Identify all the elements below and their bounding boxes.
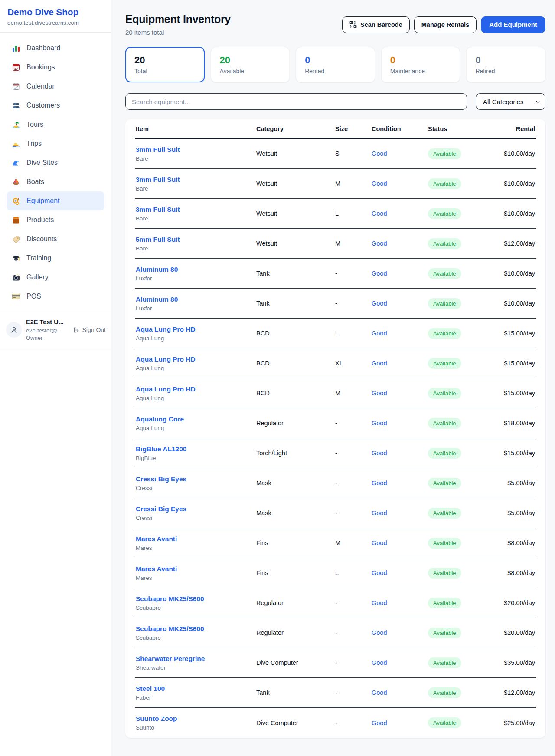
item-name-link[interactable]: 5mm Full Suit bbox=[136, 236, 180, 243]
condition-link[interactable]: Good bbox=[372, 480, 387, 486]
sidebar-item-dashboard[interactable]: Dashboard bbox=[7, 39, 104, 58]
cell-size: L bbox=[334, 210, 371, 217]
cell-size: S bbox=[334, 150, 371, 157]
item-name-link[interactable]: Aluminum 80 bbox=[136, 296, 178, 303]
condition-link[interactable]: Good bbox=[372, 300, 387, 307]
item-name-link[interactable]: Cressi Big Eyes bbox=[136, 475, 186, 483]
stat-card-maintenance[interactable]: 0 Maintenance bbox=[381, 47, 460, 82]
sidebar-item-pos[interactable]: POS bbox=[7, 287, 104, 306]
sidebar-item-bookings[interactable]: 17 Bookings bbox=[7, 58, 104, 77]
sidebar-item-trips[interactable]: Trips bbox=[7, 134, 104, 153]
stat-card-total[interactable]: 20 Total bbox=[125, 47, 205, 82]
condition-link[interactable]: Good bbox=[372, 330, 387, 337]
status-badge: Available bbox=[428, 148, 461, 159]
user-section: E2E Test U... e2e-tester@... Owner Sign … bbox=[0, 312, 111, 348]
condition-link[interactable]: Good bbox=[372, 569, 387, 576]
manage-rentals-label: Manage Rentals bbox=[421, 21, 469, 28]
condition-link[interactable]: Good bbox=[372, 240, 387, 247]
scan-barcode-button[interactable]: Scan Barcode bbox=[342, 16, 410, 33]
condition-link[interactable]: Good bbox=[372, 180, 387, 187]
sidebar-item-calendar[interactable]: Calendar bbox=[7, 77, 104, 96]
condition-link[interactable]: Good bbox=[372, 539, 387, 546]
add-equipment-button[interactable]: Add Equipment bbox=[481, 16, 545, 33]
sidebar-item-boats[interactable]: Boats bbox=[7, 172, 104, 191]
search-input[interactable] bbox=[125, 93, 467, 110]
item-name-link[interactable]: Aqua Lung Pro HD bbox=[136, 385, 196, 393]
table-row: Aqua Lung Pro HD Aqua Lung BCD M Good Av… bbox=[135, 378, 536, 408]
status-badge: Available bbox=[428, 598, 461, 608]
condition-link[interactable]: Good bbox=[372, 509, 387, 516]
sidebar-item-label: Training bbox=[26, 254, 51, 262]
condition-link[interactable]: Good bbox=[372, 270, 387, 277]
item-name-link[interactable]: 3mm Full Suit bbox=[136, 176, 180, 184]
condition-link[interactable]: Good bbox=[372, 629, 387, 636]
item-brand: Shearwater bbox=[136, 664, 255, 671]
item-name-link[interactable]: Aqua Lung Pro HD bbox=[136, 355, 196, 363]
speedboat-icon bbox=[12, 139, 20, 148]
condition-link[interactable]: Good bbox=[372, 360, 387, 367]
category-select[interactable]: All Categories bbox=[476, 93, 545, 110]
page-header: Equipment Inventory 20 items total Scan … bbox=[125, 13, 545, 36]
sidebar-item-label: Products bbox=[26, 216, 54, 224]
item-brand: Bare bbox=[136, 215, 255, 222]
status-badge: Available bbox=[428, 657, 461, 668]
sidebar-item-discounts[interactable]: Discounts bbox=[7, 230, 104, 249]
item-name-link[interactable]: Shearwater Peregrine bbox=[136, 655, 205, 663]
condition-link[interactable]: Good bbox=[372, 599, 387, 606]
sidebar-item-dive-sites[interactable]: Dive Sites bbox=[7, 153, 104, 172]
item-name-link[interactable]: Steel 100 bbox=[136, 685, 165, 693]
status-badge: Available bbox=[428, 298, 461, 309]
table-row: Aqualung Core Aqua Lung Regulator - Good… bbox=[135, 408, 536, 438]
col-header-condition: Condition bbox=[371, 125, 427, 132]
header-actions: Scan Barcode Manage Rentals Add Equipmen… bbox=[342, 16, 545, 33]
stat-card-rented[interactable]: 0 Rented bbox=[296, 47, 375, 82]
item-brand: Luxfer bbox=[136, 305, 255, 312]
condition-link[interactable]: Good bbox=[372, 210, 387, 217]
status-badge: Available bbox=[428, 568, 461, 579]
item-name-link[interactable]: 3mm Full Suit bbox=[136, 206, 180, 214]
item-name-link[interactable]: Scubapro MK25/S600 bbox=[136, 625, 204, 633]
condition-link[interactable]: Good bbox=[372, 659, 387, 666]
cell-size: - bbox=[334, 450, 371, 457]
item-name-link[interactable]: Aqualung Core bbox=[136, 415, 184, 423]
sidebar-item-customers[interactable]: Customers bbox=[7, 96, 104, 115]
sidebar-item-products[interactable]: Products bbox=[7, 210, 104, 230]
graduation-cap-icon bbox=[12, 254, 20, 263]
condition-link[interactable]: Good bbox=[372, 720, 387, 726]
cell-rental: $15.00/day bbox=[494, 360, 536, 367]
table-row: BigBlue AL1200 BigBlue Torch/Light - Goo… bbox=[135, 438, 536, 468]
sidebar-item-label: Tours bbox=[26, 121, 43, 128]
shop-name-link[interactable]: Demo Dive Shop bbox=[7, 7, 104, 17]
item-name-link[interactable]: Mares Avanti bbox=[136, 565, 177, 573]
sidebar-item-equipment[interactable]: Equipment bbox=[7, 191, 104, 210]
sidebar-item-tours[interactable]: Tours bbox=[7, 115, 104, 134]
cell-size: L bbox=[334, 569, 371, 576]
item-name-link[interactable]: Aqua Lung Pro HD bbox=[136, 325, 196, 333]
sidebar-item-gallery[interactable]: Gallery bbox=[7, 268, 104, 287]
cell-size: M bbox=[334, 240, 371, 247]
condition-link[interactable]: Good bbox=[372, 689, 387, 696]
condition-link[interactable]: Good bbox=[372, 420, 387, 427]
sign-out-button[interactable]: Sign Out bbox=[72, 326, 106, 334]
item-name-link[interactable]: Scubapro MK25/S600 bbox=[136, 595, 204, 603]
item-name-link[interactable]: Mares Avanti bbox=[136, 535, 177, 543]
item-name-link[interactable]: Suunto Zoop bbox=[136, 715, 177, 723]
stat-card-available[interactable]: 20 Available bbox=[211, 47, 290, 82]
add-equipment-label: Add Equipment bbox=[489, 21, 537, 28]
condition-link[interactable]: Good bbox=[372, 390, 387, 397]
stat-card-retired[interactable]: 0 Retired bbox=[466, 47, 545, 82]
item-name-link[interactable]: 3mm Full Suit bbox=[136, 146, 180, 154]
table-row: 3mm Full Suit Bare Wetsuit M Good Availa… bbox=[135, 169, 536, 199]
table-row: Suunto Zoop Suunto Dive Computer - Good … bbox=[135, 708, 536, 738]
manage-rentals-button[interactable]: Manage Rentals bbox=[414, 16, 477, 33]
cell-size: - bbox=[334, 270, 371, 277]
sidebar-item-training[interactable]: Training bbox=[7, 249, 104, 268]
cell-size: XL bbox=[334, 360, 371, 367]
item-name-link[interactable]: Cressi Big Eyes bbox=[136, 505, 186, 513]
condition-link[interactable]: Good bbox=[372, 150, 387, 157]
condition-link[interactable]: Good bbox=[372, 450, 387, 457]
item-name-link[interactable]: BigBlue AL1200 bbox=[136, 445, 186, 453]
item-name-link[interactable]: Aluminum 80 bbox=[136, 266, 178, 273]
stat-label: Available bbox=[220, 68, 281, 75]
status-badge: Available bbox=[428, 717, 461, 728]
